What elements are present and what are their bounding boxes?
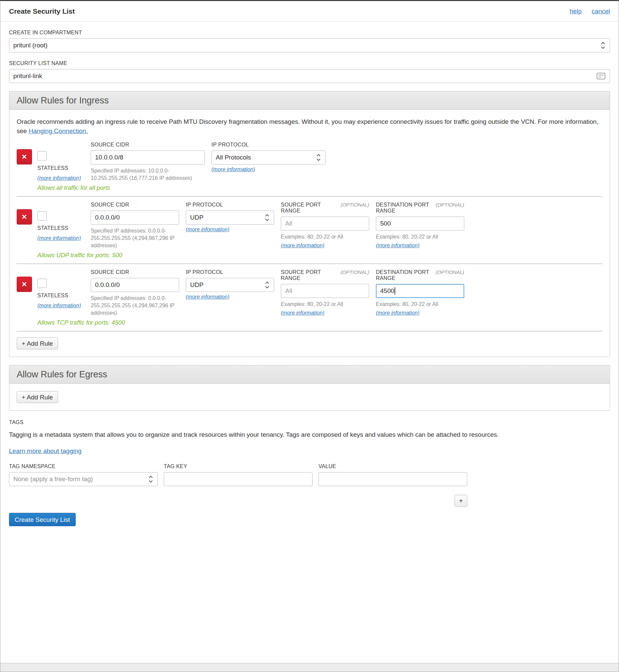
source-cidr-helper: Specified IP addresses: 10.0.0.0-10.255.… — [91, 167, 205, 182]
stateless-more-info-link[interactable]: (more information) — [38, 303, 81, 309]
tag-namespace-field: TAG NAMESPACE None (apply a free-form ta… — [9, 464, 158, 486]
learn-more-tagging-link[interactable]: Learn more about tagging — [9, 447, 82, 455]
destination-port-range-field: DESTINATION PORT RANGE (OPTIONAL) 4500 E… — [376, 269, 464, 317]
tag-namespace-label: TAG NAMESPACE — [9, 464, 55, 470]
ip-protocol-select[interactable]: UDP — [186, 210, 274, 225]
source-port-range-field: SOURCE PORT RANGE (OPTIONAL) Examples: 8… — [281, 269, 369, 317]
stateless-label: STATELESS — [38, 165, 91, 171]
add-tag-button[interactable]: + — [455, 495, 467, 507]
source-port-range-input[interactable] — [281, 217, 369, 231]
optional-tag: (OPTIONAL) — [341, 202, 369, 207]
optional-tag: (OPTIONAL) — [435, 202, 464, 207]
chevron-updown-icon — [265, 281, 270, 289]
stateless-more-info-link[interactable]: (more information) — [38, 235, 81, 241]
destination-port-more-info-link[interactable]: (more information) — [376, 310, 420, 316]
cancel-link[interactable]: cancel — [592, 8, 610, 15]
ip-protocol-select[interactable]: UDP — [186, 278, 274, 292]
source-cidr-field: SOURCE CIDR Specified IP addresses: 0.0.… — [91, 202, 179, 249]
ip-protocol-label: IP PROTOCOL — [211, 142, 249, 148]
source-cidr-input[interactable] — [91, 278, 179, 292]
ingress-notice: Oracle recommends adding an ingress rule… — [17, 117, 602, 136]
tag-key-field: TAG KEY — [164, 464, 313, 486]
source-port-range-label: SOURCE PORT RANGE — [281, 269, 338, 281]
ip-protocol-select[interactable]: All Protocols — [211, 150, 326, 165]
delete-rule-button[interactable]: ✕ — [17, 277, 32, 292]
source-port-range-input[interactable] — [281, 284, 369, 298]
security-list-name-field — [9, 69, 610, 83]
tag-key-input[interactable] — [164, 472, 313, 486]
stateless-checkbox[interactable] — [38, 151, 47, 161]
source-port-more-info-link[interactable]: (more information) — [281, 310, 325, 316]
destination-port-range-field: DESTINATION PORT RANGE (OPTIONAL) Exampl… — [376, 202, 464, 249]
port-examples-helper: Examples: 80, 20-22 or All — [281, 233, 369, 241]
ip-protocol-select-value: UDP — [190, 281, 203, 289]
rule-summary: Allows TCP traffic for ports: 4500 — [38, 319, 602, 326]
destination-port-range-input[interactable]: 4500 — [376, 284, 464, 298]
egress-panel-title: Allow Rules for Egress — [9, 365, 610, 384]
close-icon: ✕ — [22, 154, 27, 160]
security-list-name-label: SECURITY LIST NAME — [9, 60, 610, 66]
ingress-rule-2: ✕ STATELESS (more information) SOURCE CI… — [17, 196, 602, 264]
stateless-label: STATELESS — [38, 225, 91, 231]
source-cidr-field: SOURCE CIDR Specified IP addresses: 10.0… — [91, 142, 205, 182]
ip-protocol-select-value: All Protocols — [216, 154, 251, 161]
destination-port-range-label: DESTINATION PORT RANGE — [376, 202, 433, 214]
delete-rule-button[interactable]: ✕ — [17, 149, 32, 165]
dialog-content: CREATE IN COMPARTMENT pritunl (root) SEC… — [0, 30, 619, 526]
help-link[interactable]: help — [570, 8, 581, 15]
security-list-name-input[interactable] — [9, 69, 610, 83]
ingress-rule-1: ✕ STATELESS (more information) SOURCE CI… — [17, 140, 602, 196]
source-cidr-helper: Specified IP addresses: 0.0.0.0-255.255.… — [91, 227, 179, 249]
header-links: help cancel — [570, 8, 610, 15]
dialog-header: Create Security List help cancel — [0, 1, 619, 22]
tag-value-field: VALUE — [319, 464, 467, 486]
source-cidr-input[interactable] — [91, 210, 179, 225]
create-security-list-dialog: Create Security List help cancel CREATE … — [0, 0, 619, 672]
destination-port-range-label: DESTINATION PORT RANGE — [376, 269, 433, 281]
source-cidr-input[interactable] — [91, 150, 205, 165]
ip-protocol-label: IP PROTOCOL — [186, 269, 223, 275]
egress-panel: Allow Rules for Egress + Add Rule — [9, 365, 610, 411]
ingress-panel: Allow Rules for Ingress Oracle recommend… — [9, 91, 610, 357]
source-port-more-info-link[interactable]: (more information) — [281, 243, 325, 249]
close-icon: ✕ — [22, 213, 27, 220]
chevron-updown-icon — [148, 475, 153, 484]
tag-namespace-select[interactable]: None (apply a free-form tag) — [9, 472, 158, 486]
ip-protocol-more-info-link[interactable]: (more information) — [186, 294, 229, 300]
destination-port-range-input[interactable] — [376, 217, 464, 231]
source-cidr-label: SOURCE CIDR — [91, 269, 129, 275]
ip-protocol-more-info-link[interactable]: (more information) — [211, 167, 255, 173]
ip-protocol-field: IP PROTOCOL UDP (more information) — [186, 202, 274, 249]
compartment-label: CREATE IN COMPARTMENT — [9, 30, 610, 36]
chevron-updown-icon — [600, 41, 606, 50]
page-title: Create Security List — [9, 7, 75, 15]
compartment-select[interactable]: pritunl (root) — [9, 38, 610, 52]
tags-label: TAGS — [9, 419, 610, 425]
ip-protocol-more-info-link[interactable]: (more information) — [186, 227, 229, 233]
create-security-list-button[interactable]: Create Security List — [9, 513, 76, 526]
chevron-updown-icon — [316, 153, 321, 162]
delete-rule-button[interactable]: ✕ — [17, 209, 32, 225]
ingress-rule-3: ✕ STATELESS (more information) SOURCE CI… — [17, 264, 602, 331]
ip-protocol-field: IP PROTOCOL UDP (more information) — [186, 269, 274, 317]
source-cidr-label: SOURCE CIDR — [91, 202, 129, 208]
destination-port-more-info-link[interactable]: (more information) — [376, 243, 420, 249]
tag-value-label: VALUE — [319, 464, 336, 470]
tags-description: Tagging is a metadata system that allows… — [9, 430, 610, 439]
tag-namespace-select-value: None (apply a free-form tag) — [13, 476, 93, 483]
ingress-panel-body: Oracle recommends adding an ingress rule… — [9, 110, 610, 357]
stateless-more-info-link[interactable]: (more information) — [38, 175, 81, 181]
port-examples-helper: Examples: 80, 20-22 or All — [376, 233, 464, 241]
tag-value-input[interactable] — [319, 472, 467, 486]
ingress-add-rule-button[interactable]: + Add Rule — [17, 337, 58, 349]
stateless-checkbox[interactable] — [38, 211, 47, 221]
chevron-updown-icon — [265, 213, 270, 222]
autofill-card-icon — [597, 73, 605, 79]
optional-tag: (OPTIONAL) — [341, 269, 369, 275]
source-cidr-helper: Specified IP addresses: 0.0.0.0-255.255.… — [91, 295, 179, 317]
stateless-checkbox[interactable] — [38, 279, 47, 288]
source-cidr-label: SOURCE CIDR — [91, 142, 129, 148]
ingress-panel-title: Allow Rules for Ingress — [9, 91, 610, 110]
hanging-connection-link[interactable]: Hanging Connection. — [29, 127, 88, 134]
egress-add-rule-button[interactable]: + Add Rule — [17, 391, 58, 403]
